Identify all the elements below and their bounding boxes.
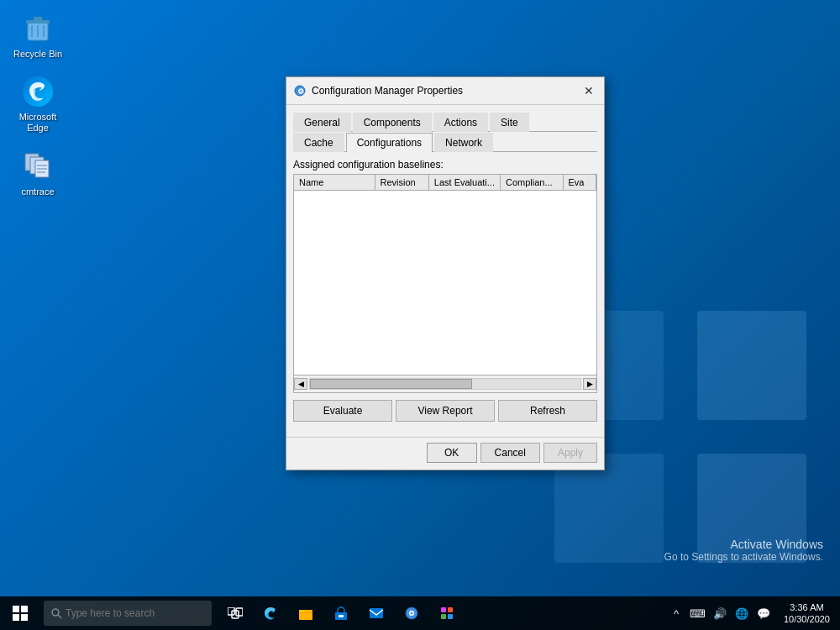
scroll-track[interactable] [309,378,581,390]
taskbar-configmgr-icon[interactable] [395,596,428,630]
svg-rect-31 [370,608,383,618]
svg-rect-28 [299,610,305,612]
col-last-evaluation[interactable]: Last Evaluati... [428,175,500,191]
svg-rect-37 [441,614,446,619]
tabs-row2: Cache Configurations Network [293,132,597,152]
svg-rect-30 [339,615,344,617]
taskbar-edge-icon[interactable] [254,596,287,630]
svg-rect-38 [448,614,453,619]
desktop: Recycle Bin Microsoft Edge [0,0,840,630]
view-report-button[interactable]: View Report [396,400,495,422]
tab-configurations[interactable]: Configurations [346,133,433,152]
taskbar-center-icons [218,596,464,630]
col-evaluate[interactable]: Eva [563,175,596,191]
evaluate-button[interactable]: Evaluate [293,400,392,422]
apply-button[interactable]: Apply [543,443,597,463]
taskbar-store-icon[interactable] [324,596,358,630]
tray-chevron[interactable]: ^ [666,596,686,630]
svg-point-34 [411,612,413,615]
dialog-close-button[interactable]: ✕ [580,82,597,99]
svg-line-23 [58,615,61,618]
tab-cache[interactable]: Cache [293,133,344,152]
tray-date: 10/30/2020 [784,613,830,625]
section-label: Assigned configuration baselines: [293,159,597,171]
dialog-title-text: Configuration Manager Properties [312,85,580,97]
ok-button[interactable]: OK [427,443,477,463]
dialog-overlay: ⚙ Configuration Manager Properties ✕ Gen… [0,0,840,630]
svg-rect-20 [13,614,19,621]
svg-rect-21 [21,614,28,621]
action-buttons-row: Evaluate View Report Refresh [293,400,597,422]
dialog-footer: OK Cancel Apply [286,437,604,470]
tray-time: 3:36 AM [784,601,830,613]
taskbar-explorer-icon[interactable] [289,596,323,630]
tray-clock[interactable]: 3:36 AM 10/30/2020 [777,601,837,626]
configuration-manager-dialog: ⚙ Configuration Manager Properties ✕ Gen… [286,76,605,470]
taskbar: ^ ⌨ 🔊 🌐 💬 3:36 AM 10/30/2020 [0,596,840,630]
svg-rect-26 [236,608,243,616]
svg-rect-18 [13,606,19,612]
svg-rect-19 [21,606,28,612]
scroll-thumb[interactable] [310,379,472,389]
start-button[interactable] [0,596,40,630]
tab-site[interactable]: Site [490,113,529,132]
tray-keyboard[interactable]: ⌨ [688,596,708,630]
tab-general[interactable]: General [293,113,351,132]
refresh-button[interactable]: Refresh [498,400,597,422]
svg-text:⚙: ⚙ [297,87,304,96]
taskbar-extra-icon[interactable] [430,596,464,630]
tab-components[interactable]: Components [353,113,432,132]
tray-notification[interactable]: 💬 [753,596,774,630]
tray-network[interactable]: 🌐 [732,596,752,630]
col-name[interactable]: Name [294,175,375,191]
scroll-right-arrow[interactable]: ▶ [583,378,596,390]
search-input[interactable] [66,607,200,619]
dialog-title-icon: ⚙ [293,84,307,97]
tabs-row1: General Components Actions Site [293,112,597,132]
svg-rect-35 [441,607,446,612]
configurations-table: Name Revision Last Evaluati... Complian.… [294,175,596,191]
col-compliance[interactable]: Complian... [500,175,563,191]
tab-actions[interactable]: Actions [433,113,488,132]
task-view-button[interactable] [218,596,252,630]
taskbar-mail-icon[interactable] [360,596,393,630]
dialog-content: General Components Actions Site Cache Co… [286,105,604,437]
svg-rect-36 [448,607,453,612]
svg-point-22 [52,609,59,616]
scroll-left-arrow[interactable]: ◀ [294,378,307,390]
dialog-titlebar: ⚙ Configuration Manager Properties ✕ [286,77,604,105]
horizontal-scrollbar[interactable]: ◀ ▶ [293,375,597,393]
system-tray: ^ ⌨ 🔊 🌐 💬 3:36 AM 10/30/2020 [666,596,840,630]
configurations-table-container[interactable]: Name Revision Last Evaluati... Complian.… [293,174,597,375]
taskbar-search-box[interactable] [44,601,212,626]
col-revision[interactable]: Revision [375,175,428,191]
tab-network[interactable]: Network [434,133,493,152]
cancel-button[interactable]: Cancel [480,443,540,463]
tray-volume[interactable]: 🔊 [710,596,730,630]
tray-icons-group: ^ ⌨ 🔊 🌐 💬 [666,596,774,630]
